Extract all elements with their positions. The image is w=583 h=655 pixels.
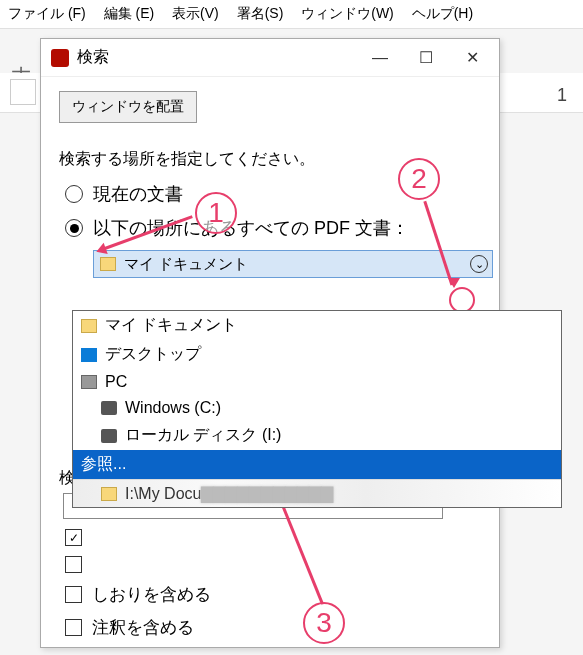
checkbox-annot-label: 注釈を含める — [92, 616, 194, 639]
folder-icon — [101, 487, 117, 501]
save-icon[interactable] — [10, 79, 36, 105]
checkbox-case[interactable] — [65, 556, 481, 573]
chevron-down-icon[interactable]: ⌄ — [470, 255, 488, 273]
dropdown-item-browse[interactable]: 参照... — [73, 450, 561, 479]
maximize-button[interactable]: ☐ — [403, 39, 449, 77]
item-label: I:\My Docu▇▇▇▇▇▇▇▇▇▇▇ — [125, 484, 333, 503]
menu-view[interactable]: 表示(V) — [172, 5, 219, 21]
item-label: デスクトップ — [105, 344, 201, 365]
drive-icon — [101, 429, 117, 443]
prompt-text: 検索する場所を指定してください。 — [59, 149, 481, 170]
item-label: PC — [105, 373, 127, 391]
dropdown-item-drive-c[interactable]: Windows (C:) — [73, 395, 561, 421]
dropdown-item-desktop[interactable]: デスクトップ — [73, 340, 561, 369]
combobox-value: マイ ドキュメント — [124, 255, 248, 274]
checkbox-icon — [65, 619, 82, 636]
item-label: Windows (C:) — [125, 399, 221, 417]
checkbox-icon — [65, 556, 82, 573]
menu-help[interactable]: ヘルプ(H) — [412, 5, 473, 21]
page-number: 1 — [557, 85, 567, 106]
acrobat-icon — [51, 49, 69, 67]
dropdown-item-drive-i[interactable]: ローカル ディスク (I:) — [73, 421, 561, 450]
checkbox-icon — [65, 529, 82, 546]
checkbox-bookmark[interactable]: しおりを含める — [65, 583, 481, 606]
dropdown-item-mydocuments[interactable]: マイ ドキュメント — [73, 311, 561, 340]
location-combobox[interactable]: マイ ドキュメント ⌄ — [93, 250, 493, 278]
item-label: ローカル ディスク (I:) — [125, 425, 281, 446]
radio-current-label: 現在の文書 — [93, 182, 183, 206]
close-button[interactable]: ✕ — [449, 39, 495, 77]
menu-file[interactable]: ファイル (F) — [8, 5, 86, 21]
checkbox-bookmark-label: しおりを含める — [92, 583, 211, 606]
arrange-windows-button[interactable]: ウィンドウを配置 — [59, 91, 197, 123]
dropdown-item-pc[interactable]: PC — [73, 369, 561, 395]
item-label: マイ ドキュメント — [105, 315, 237, 336]
folder-icon — [81, 319, 97, 333]
checkbox-exact[interactable] — [65, 529, 481, 546]
pc-icon — [81, 375, 97, 389]
titlebar: 検索 ― ☐ ✕ — [41, 39, 499, 77]
dropdown-item-recent-path[interactable]: I:\My Docu▇▇▇▇▇▇▇▇▇▇▇ — [73, 479, 561, 507]
menu-sign[interactable]: 署名(S) — [237, 5, 284, 21]
radio-icon — [65, 219, 83, 237]
app-menu-bar: ファイル (F) 編集 (E) 表示(V) 署名(S) ウィンドウ(W) ヘルプ… — [0, 0, 583, 29]
folder-icon — [100, 257, 116, 271]
radio-current-document[interactable]: 現在の文書 — [65, 182, 481, 206]
window-title: 検索 — [77, 47, 357, 68]
item-label: 参照... — [81, 454, 126, 475]
menu-edit[interactable]: 編集 (E) — [104, 5, 155, 21]
desktop-icon — [81, 348, 97, 362]
radio-all-pdf-in-location[interactable]: 以下の場所にあるすべての PDF 文書： — [65, 216, 481, 240]
drive-icon — [101, 401, 117, 415]
checkbox-annot[interactable]: 注釈を含める — [65, 616, 481, 639]
checkbox-icon — [65, 586, 82, 603]
minimize-button[interactable]: ― — [357, 39, 403, 77]
location-dropdown-list: マイ ドキュメント デスクトップ PC Windows (C:) ローカル ディ… — [72, 310, 562, 508]
radio-icon — [65, 185, 83, 203]
menu-window[interactable]: ウィンドウ(W) — [301, 5, 394, 21]
